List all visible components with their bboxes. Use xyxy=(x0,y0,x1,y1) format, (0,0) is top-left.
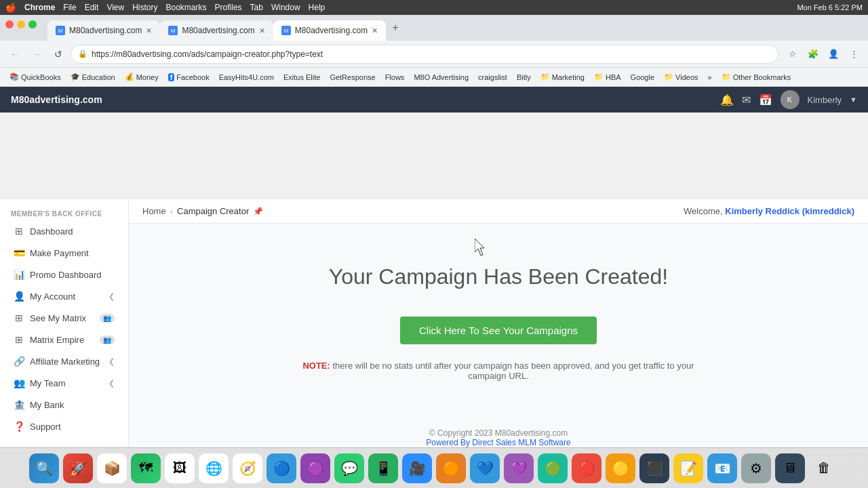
dock-terminal[interactable]: ⬛ xyxy=(639,453,669,483)
sidebar-item-my-bank[interactable]: 🏦 My Bank xyxy=(3,394,125,415)
bookmark-videos[interactable]: 📁 Videos xyxy=(660,71,702,83)
bookmark-hba[interactable]: 📁 HBA xyxy=(590,71,625,83)
bookmark-other[interactable]: 📁 Other Bookmarks xyxy=(717,71,795,83)
dock-zoom[interactable]: 🎥 xyxy=(402,453,432,483)
dock-app7[interactable]: 💙 xyxy=(470,453,500,483)
dock-chrome[interactable]: 🌐 xyxy=(199,453,229,483)
dock-app3[interactable]: 🔵 xyxy=(267,453,296,483)
sidebar-item-promo-dashboard[interactable]: 📊 Promo Dashboard xyxy=(3,264,125,285)
dock-app8[interactable]: 💜 xyxy=(504,453,534,483)
breadcrumb-home[interactable]: Home xyxy=(142,206,166,216)
bookmark-quickbooks[interactable]: 📚 QuickBooks xyxy=(5,71,65,83)
dock-notes[interactable]: 📝 xyxy=(673,453,703,483)
dashboard-icon: ⊞ xyxy=(14,226,24,237)
bookmark-marketing[interactable]: 📁 Marketing xyxy=(536,71,589,83)
user-avatar[interactable]: K xyxy=(781,90,800,109)
sidebar-item-see-my-matrix[interactable]: ⊞ See My Matrix 👥 xyxy=(3,307,125,329)
powered-by-link[interactable]: Powered By Direct Sales MLM Software xyxy=(426,438,570,447)
close-window-btn[interactable] xyxy=(5,20,14,28)
mac-menu-bookmarks[interactable]: Bookmarks xyxy=(166,3,207,12)
dock-app5[interactable]: 📱 xyxy=(368,453,398,483)
tab-close-1[interactable]: ✕ xyxy=(146,26,152,35)
mac-menu-history[interactable]: History xyxy=(132,3,157,12)
bookmark-flows[interactable]: Flows xyxy=(381,72,409,83)
dock-mail[interactable]: 📧 xyxy=(707,453,737,483)
sidebar-item-affiliate-marketing[interactable]: 🔗 Affiliate Marketing ❮ xyxy=(3,350,125,372)
mac-menu-help[interactable]: Help xyxy=(309,3,326,12)
bookmark-google[interactable]: Google xyxy=(627,72,658,83)
matrix-icon: ⊞ xyxy=(14,312,24,323)
notification-bell-icon[interactable]: 🔔 xyxy=(720,94,734,106)
dock-messages[interactable]: 💬 xyxy=(334,453,364,483)
bookmark-easyhits[interactable]: EasyHits4U.com xyxy=(215,72,278,83)
apple-icon[interactable]: 🍎 xyxy=(5,3,16,13)
chrome-tab-2[interactable]: M M80advertising.com ✕ xyxy=(160,20,273,41)
bookmark-money-icon: 💰 xyxy=(125,73,134,81)
mac-menu-file[interactable]: File xyxy=(63,3,76,12)
user-dropdown-arrow[interactable]: ▼ xyxy=(850,96,857,104)
dock-app12[interactable]: ⚙ xyxy=(741,453,771,483)
sidebar-item-dashboard[interactable]: ⊞ Dashboard xyxy=(3,220,125,242)
dock-launchpad[interactable]: 🚀 xyxy=(63,453,93,483)
dock-app9[interactable]: 🟢 xyxy=(538,453,568,483)
extensions-btn[interactable]: 🧩 xyxy=(804,45,822,63)
bookmark-marketing-label: Marketing xyxy=(552,73,585,81)
sidebar-item-payment-label: Make Payment xyxy=(30,248,89,258)
dock-app10[interactable]: 🔴 xyxy=(572,453,601,483)
sidebar-item-matrix-empire[interactable]: ⊞ Matrix Empire 👥 xyxy=(3,329,125,350)
campaign-created-title: Your Campaign Has Been Created! xyxy=(329,264,668,289)
bookmark-money[interactable]: 💰 Money xyxy=(121,71,163,83)
sidebar-item-make-payment[interactable]: 💳 Make Payment xyxy=(3,242,125,264)
chrome-tab-3[interactable]: M M80advertising.com ✕ xyxy=(273,20,386,41)
mac-menu-profiles[interactable]: Profiles xyxy=(215,3,242,12)
bookmark-bitly[interactable]: Bitly xyxy=(513,72,535,83)
dock-app6[interactable]: 🟠 xyxy=(436,453,466,483)
bookmark-star-btn[interactable]: ☆ xyxy=(784,45,802,63)
dock-safari[interactable]: 🧭 xyxy=(233,453,262,483)
mac-menu-window[interactable]: Window xyxy=(271,3,300,12)
mac-menu-view[interactable]: View xyxy=(106,3,124,12)
dock-app4[interactable]: 🟣 xyxy=(300,453,330,483)
bookmark-getresponse[interactable]: GetResponse xyxy=(326,72,379,83)
dock-trash[interactable]: 🗑 xyxy=(809,453,839,483)
new-tab-btn[interactable]: + xyxy=(386,18,405,37)
reload-btn[interactable]: ↺ xyxy=(49,45,68,64)
see-campaigns-button[interactable]: Click Here To See Your Campaigns xyxy=(400,317,597,344)
bookmark-more[interactable]: » xyxy=(704,72,716,83)
mac-menu-chrome[interactable]: Chrome xyxy=(24,3,55,12)
affiliate-icon: 🔗 xyxy=(14,356,24,367)
tab-close-2[interactable]: ✕ xyxy=(259,26,265,35)
bookmark-m80[interactable]: M8O Advertising xyxy=(410,72,473,83)
dock-photos[interactable]: 🖼 xyxy=(165,453,195,483)
messages-icon[interactable]: ✉ xyxy=(742,94,751,106)
empire-badge: 👥 xyxy=(100,336,115,344)
sidebar-item-bank-label: My Bank xyxy=(30,400,64,410)
maximize-window-btn[interactable] xyxy=(28,20,37,28)
bookmark-exitus-label: Exitus Elite xyxy=(283,73,320,81)
chrome-tab-1[interactable]: M M80advertising.com ✕ xyxy=(47,20,160,41)
forward-btn[interactable]: → xyxy=(27,45,46,64)
dock-app13[interactable]: 🖥 xyxy=(775,453,805,483)
address-bar[interactable]: 🔒 https://m80advertising.com/ads/campaig… xyxy=(71,45,778,64)
dock-app11[interactable]: 🟡 xyxy=(606,453,635,483)
sidebar-item-my-team[interactable]: 👥 My Team ❮ xyxy=(3,372,125,394)
bookmark-education[interactable]: 🎓 Education xyxy=(66,71,119,83)
back-btn[interactable]: ← xyxy=(5,45,24,64)
dock-app2[interactable]: 🗺 xyxy=(131,453,161,483)
minimize-window-btn[interactable] xyxy=(17,20,25,28)
header-username[interactable]: Kimberly xyxy=(808,95,842,105)
dock-finder[interactable]: 🔍 xyxy=(29,453,59,483)
toolbar-icons: ☆ 🧩 👤 ⋮ xyxy=(784,45,863,63)
bookmark-facebook[interactable]: f Facebook xyxy=(164,72,214,83)
more-options-btn[interactable]: ⋮ xyxy=(845,45,863,63)
mac-menu-tab[interactable]: Tab xyxy=(250,3,263,12)
bookmark-exitus[interactable]: Exitus Elite xyxy=(279,72,324,83)
mac-menu-edit[interactable]: Edit xyxy=(85,3,99,12)
profile-btn[interactable]: 👤 xyxy=(825,45,842,63)
calendar-icon[interactable]: 📅 xyxy=(759,94,772,106)
sidebar-item-my-account[interactable]: 👤 My Account ❮ xyxy=(3,285,125,307)
tab-close-3[interactable]: ✕ xyxy=(372,26,378,35)
dock-app1[interactable]: 📦 xyxy=(97,453,127,483)
bookmark-craigslist[interactable]: craigslist xyxy=(474,72,511,83)
sidebar-item-support[interactable]: ❓ Support xyxy=(3,415,125,437)
